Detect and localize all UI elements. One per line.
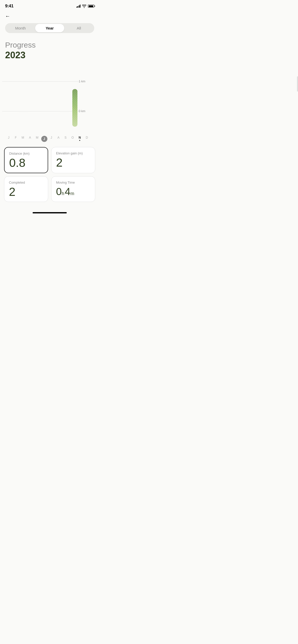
back-button[interactable]: ← xyxy=(0,11,99,21)
stat-value-completed: 2 xyxy=(9,186,43,198)
month-label-d[interactable]: D xyxy=(83,136,90,142)
month-label-a1[interactable]: A xyxy=(26,136,34,142)
month-labels-row: J F M A M J J A S O N D xyxy=(3,134,93,142)
month-label-j3[interactable]: J xyxy=(48,136,55,142)
stat-card-distance[interactable]: Distance (km) 0.8 xyxy=(4,147,48,173)
month-label-m1[interactable]: M xyxy=(19,136,26,142)
moving-time-m-unit: m xyxy=(71,191,74,196)
section-label: Progress xyxy=(5,41,94,49)
stat-value-distance: 0.8 xyxy=(9,157,43,169)
bars-area xyxy=(3,68,85,127)
stat-label-completed: Completed xyxy=(9,181,43,184)
home-indicator xyxy=(33,212,67,213)
tab-year[interactable]: Year xyxy=(35,24,64,32)
tab-switcher: Month Year All xyxy=(5,23,94,33)
stat-card-elevation[interactable]: Elevation gain (m) 2 xyxy=(51,147,95,173)
chart-area: 1 km 0 km xyxy=(3,68,94,134)
month-label-j2[interactable]: J xyxy=(41,136,48,142)
tab-all[interactable]: All xyxy=(64,24,93,32)
battery-icon xyxy=(88,5,94,8)
stat-label-distance: Distance (km) xyxy=(9,152,43,155)
bar-nov[interactable] xyxy=(72,89,78,127)
stat-value-elevation: 2 xyxy=(56,157,90,168)
month-label-n[interactable]: N xyxy=(76,136,83,142)
stat-value-moving-time: 0 h 4 m xyxy=(56,186,90,197)
moving-time-h-unit: h xyxy=(62,191,64,196)
month-label-o[interactable]: O xyxy=(69,136,76,142)
status-time: 9:41 xyxy=(5,4,13,9)
status-bar: 9:41 xyxy=(0,0,99,11)
wifi-icon xyxy=(82,5,86,8)
signal-icon xyxy=(76,5,81,8)
moving-time-hours: 0 xyxy=(56,186,62,197)
stats-grid: Distance (km) 0.8 Elevation gain (m) 2 C… xyxy=(0,142,99,207)
month-label-j1[interactable]: J xyxy=(5,136,12,142)
period-label: 2023 xyxy=(5,50,94,61)
stat-label-elevation: Elevation gain (m) xyxy=(56,151,90,155)
tab-month[interactable]: Month xyxy=(6,24,35,32)
month-label-a2[interactable]: A xyxy=(55,136,62,142)
month-label-m2[interactable]: M xyxy=(34,136,41,142)
moving-time-minutes: 4 xyxy=(65,186,70,197)
chart-container: 1 km 0 km xyxy=(0,66,99,142)
stat-card-completed[interactable]: Completed 2 xyxy=(4,176,48,202)
stat-label-moving-time: Moving Time xyxy=(56,181,90,184)
status-icons xyxy=(76,5,94,8)
month-label-f[interactable]: F xyxy=(12,136,19,142)
month-label-s[interactable]: S xyxy=(62,136,69,142)
page-header: Progress 2023 xyxy=(0,38,99,61)
stat-card-moving-time[interactable]: Moving Time 0 h 4 m xyxy=(51,176,95,202)
